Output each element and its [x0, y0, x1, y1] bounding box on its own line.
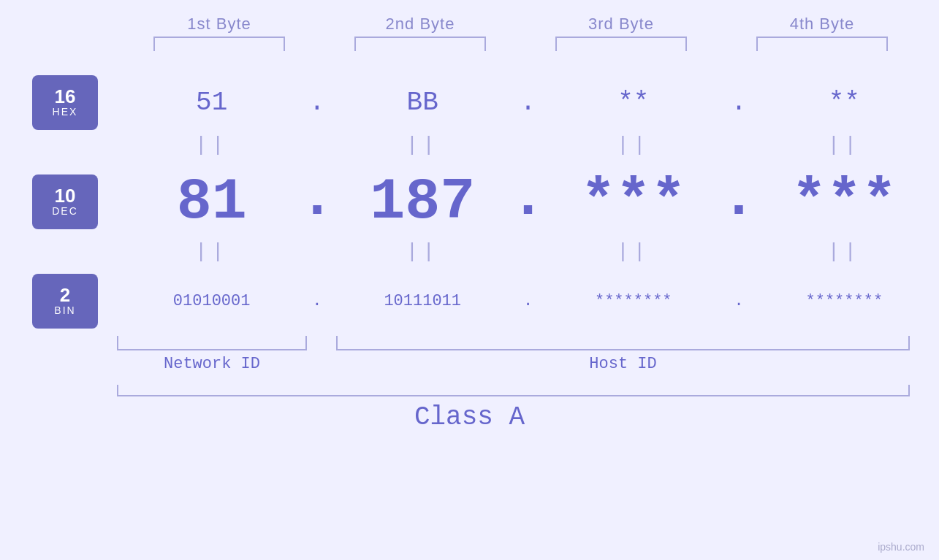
- bin-base-num: 2: [60, 285, 70, 304]
- bin-base-name: BIN: [54, 304, 75, 316]
- dec-base-name: DEC: [52, 205, 78, 217]
- eq-group-1: || || || ||: [117, 134, 939, 156]
- dec-dot3: .: [728, 165, 750, 239]
- hex-base-label: 16 HEX: [32, 75, 98, 130]
- hex-dot2: .: [517, 88, 539, 118]
- hex-base-name: HEX: [53, 106, 78, 118]
- eq-2: ||: [357, 134, 488, 156]
- bin-byte3: ********: [568, 292, 699, 310]
- bin-values: 01010001 . 10111011 . ******** . *******…: [117, 292, 939, 310]
- id-brackets: [117, 336, 910, 350]
- bin-byte1: 01010001: [146, 292, 278, 310]
- id-labels: Network ID Host ID: [117, 355, 910, 373]
- class-section: Class A: [0, 385, 939, 432]
- dec-base-num: 10: [55, 186, 76, 205]
- dec-values: 81 . 187 . *** . ***: [117, 165, 939, 239]
- class-bracket: [117, 385, 910, 396]
- dec-byte1: 81: [146, 169, 278, 235]
- bin-row: 2 BIN 01010001 . 10111011 . ******** . *…: [0, 272, 939, 330]
- network-id-label: Network ID: [117, 355, 307, 373]
- host-id-bracket: [336, 336, 910, 350]
- bin-base-label: 2 BIN: [32, 274, 98, 329]
- hex-byte3: **: [568, 88, 699, 118]
- dec-byte4: ***: [778, 169, 910, 235]
- bin-byte4: ********: [778, 292, 910, 310]
- eq-1: ||: [146, 134, 278, 156]
- bin-dot3: .: [728, 292, 750, 310]
- eq-row-dec-bin: || || || ||: [0, 238, 939, 264]
- dec-base-label: 10 DEC: [32, 174, 98, 229]
- hex-dot1: .: [306, 88, 328, 118]
- hex-byte2: BB: [357, 88, 488, 118]
- id-section: Network ID Host ID: [0, 336, 939, 373]
- dec-dot1: .: [306, 165, 328, 239]
- header-brackets: [119, 37, 923, 51]
- eq-row-hex-dec: || || || ||: [0, 131, 939, 158]
- bin-dot2: .: [517, 292, 539, 310]
- byte-headers: 1st Byte 2nd Byte 3rd Byte 4th Byte: [119, 15, 923, 34]
- hex-values: 51 . BB . ** . **: [117, 88, 939, 118]
- bracket-2: [354, 37, 486, 51]
- class-label: Class A: [0, 402, 939, 432]
- main-container: 1st Byte 2nd Byte 3rd Byte 4th Byte 16 H…: [0, 0, 939, 560]
- network-id-bracket: [117, 336, 307, 350]
- dec-byte2: 187: [357, 169, 488, 235]
- dec-dot2: .: [517, 165, 539, 239]
- eq-5: ||: [146, 240, 278, 263]
- dec-row: 10 DEC 81 . 187 . *** . ***: [0, 165, 939, 238]
- eq-3: ||: [568, 134, 699, 156]
- eq-6: ||: [357, 240, 488, 263]
- hex-row: 16 HEX 51 . BB . ** . **: [0, 73, 939, 131]
- eq-8: ||: [778, 240, 910, 263]
- eq-group-2: || || || ||: [117, 240, 939, 263]
- host-id-label: Host ID: [336, 355, 910, 373]
- eq-7: ||: [568, 240, 699, 263]
- dec-byte3: ***: [568, 169, 699, 235]
- hex-byte4: **: [778, 88, 910, 118]
- hex-byte1: 51: [146, 88, 278, 118]
- bin-dot1: .: [306, 292, 328, 310]
- hex-dot3: .: [728, 88, 750, 118]
- bin-byte2: 10111011: [357, 292, 488, 310]
- eq-4: ||: [778, 134, 910, 156]
- watermark: ipshu.com: [878, 541, 924, 553]
- byte1-header: 1st Byte: [139, 15, 300, 34]
- hex-base-num: 16: [55, 87, 76, 106]
- byte2-header: 2nd Byte: [340, 15, 501, 34]
- byte3-header: 3rd Byte: [541, 15, 702, 34]
- bracket-3: [555, 37, 687, 51]
- byte4-header: 4th Byte: [742, 15, 902, 34]
- bracket-1: [153, 37, 285, 51]
- bracket-4: [756, 37, 888, 51]
